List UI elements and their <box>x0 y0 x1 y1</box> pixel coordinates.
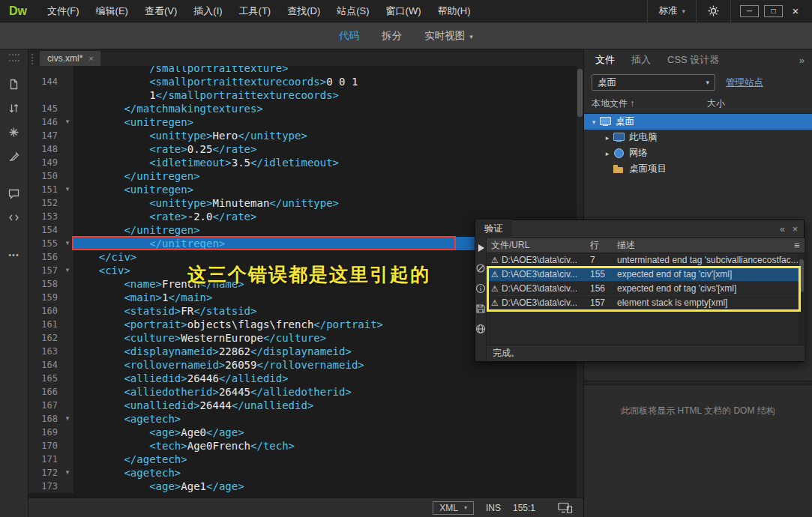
code-row[interactable]: 148 <rate>0.25</rate> <box>28 142 583 156</box>
tree-item[interactable]: ▸此电脑 <box>584 130 812 145</box>
menu-item[interactable]: 窗口(W) <box>378 0 430 22</box>
tree-item[interactable]: 桌面项目 <box>584 161 812 177</box>
code-row[interactable]: /smallportraittexture> <box>28 66 583 75</box>
extract-icon[interactable] <box>5 123 23 141</box>
code-snippet-icon[interactable] <box>5 208 23 226</box>
local-files-column[interactable]: 本地文件 <box>592 98 628 109</box>
panel-close-icon[interactable]: × <box>793 224 798 235</box>
code-row[interactable]: 145 </matchmakingtextures> <box>28 102 583 115</box>
code-fold-arrow-icon[interactable]: ▼ <box>61 264 73 277</box>
tab-css-designer[interactable]: CSS 设计器 <box>661 49 726 70</box>
stop-button[interactable] <box>475 263 486 276</box>
tree-item[interactable]: ▾桌面 <box>584 114 812 130</box>
run-validation-button[interactable] <box>475 243 486 256</box>
line-number: 156 <box>28 250 61 264</box>
fold-gutter <box>61 304 73 318</box>
validation-row[interactable]: ⚠D:\AOE3\data\civ...156expected end of t… <box>487 282 805 296</box>
code-row[interactable]: 165 <alliedid>26446</alliedid> <box>28 372 583 385</box>
code-row[interactable]: 151▼ <unitregen> <box>28 183 583 196</box>
workspace-dropdown[interactable]: 标准 ▾ <box>647 0 697 22</box>
fold-gutter <box>61 223 73 237</box>
menu-item[interactable]: 查看(V) <box>136 0 185 22</box>
code-fold-arrow-icon[interactable]: ▼ <box>61 183 73 196</box>
file-url-column[interactable]: 文件/URL <box>487 239 590 252</box>
fold-gutter <box>61 318 73 331</box>
manage-sites-link[interactable]: 管理站点 <box>726 76 763 89</box>
validation-row[interactable]: ⚠D:\AOE3\data\civ...157element stack is … <box>487 296 805 310</box>
brush-icon[interactable] <box>5 147 23 165</box>
minimize-button[interactable]: ─ <box>740 5 759 17</box>
validation-description: unterminated end tag 'subcivalliancecost… <box>617 255 799 265</box>
tab-split-view[interactable]: 拆分 <box>382 29 402 43</box>
description-column[interactable]: 描述 <box>617 239 790 252</box>
code-row[interactable]: 150 </unitregen> <box>28 169 583 183</box>
file-manager-icon[interactable] <box>5 75 23 93</box>
menu-item[interactable]: 文件(F) <box>39 0 88 22</box>
chevron-right-icon[interactable]: ▸ <box>602 150 613 157</box>
panel-menu-icon[interactable]: ≡ <box>790 240 805 251</box>
code-row[interactable]: 172▼ <agetech> <box>28 466 583 480</box>
code-row[interactable]: 152 <unittype>Minuteman</unittype> <box>28 196 583 210</box>
tab-code-view[interactable]: 代码 <box>339 29 359 43</box>
panel-collapse-icon[interactable]: » <box>799 55 808 66</box>
code-row[interactable]: 166 <alliedotherid>26445</alliedotherid> <box>28 385 583 399</box>
tab-insert[interactable]: 插入 <box>625 49 658 70</box>
settings-gear-button[interactable] <box>697 0 731 22</box>
code-fold-arrow-icon[interactable]: ▼ <box>61 115 73 129</box>
maximize-button[interactable]: □ <box>764 5 783 17</box>
code-row[interactable]: 144 <smallportraittexturecoords>0 0 1 <box>28 75 583 88</box>
code-row[interactable]: 169 <age>Age0</age> <box>28 426 583 439</box>
menu-item[interactable]: 查找(D) <box>279 0 328 22</box>
document-tab[interactable]: civs.xml* × <box>40 51 100 66</box>
scrollbar-thumb[interactable] <box>799 259 804 292</box>
code-fold-arrow-icon[interactable]: ▼ <box>61 237 73 250</box>
line-number: 162 <box>28 331 61 345</box>
code-row[interactable]: 1</smallportraittexturecoords> <box>28 88 583 102</box>
code-row[interactable]: 146▼ <unitregen> <box>28 115 583 129</box>
tab-live-view[interactable]: 实时视图▾ <box>424 29 473 43</box>
live-preview-button[interactable] <box>558 502 573 514</box>
menu-item[interactable]: 插入(I) <box>185 0 230 22</box>
sort-ascending-icon[interactable]: ↑ <box>630 98 634 109</box>
info-button[interactable] <box>475 283 486 297</box>
menu-item[interactable]: 站点(S) <box>328 0 377 22</box>
chevron-right-icon[interactable]: ▸ <box>602 134 613 142</box>
drag-grip[interactable] <box>9 54 19 61</box>
line-column[interactable]: 行 <box>590 239 617 252</box>
line-number: 152 <box>28 196 61 210</box>
browse-report-button[interactable] <box>475 324 486 337</box>
tree-item[interactable]: ▸网络 <box>584 145 812 161</box>
more-options-icon[interactable]: ••• <box>5 246 23 264</box>
code-fold-arrow-icon[interactable]: ▼ <box>61 412 73 426</box>
save-report-button[interactable] <box>475 303 486 317</box>
code-row[interactable]: 171 </agetech> <box>28 453 583 466</box>
scrollbar-thumb[interactable] <box>577 69 583 117</box>
tab-validation[interactable]: 验证 <box>475 220 512 239</box>
sort-icon[interactable] <box>5 99 23 117</box>
drag-grip[interactable] <box>31 54 37 64</box>
close-button[interactable]: × <box>788 5 803 17</box>
tab-close-icon[interactable]: × <box>88 54 93 63</box>
code-row[interactable]: 167 <unalliedid>26444</unalliedid> <box>28 399 583 412</box>
tab-files[interactable]: 文件 <box>589 49 622 70</box>
size-column[interactable]: 大小 <box>707 97 805 110</box>
code-fold-arrow-icon[interactable]: ▼ <box>61 466 73 480</box>
menu-item[interactable]: 工具(T) <box>231 0 280 22</box>
validation-row[interactable]: ⚠D:\AOE3\data\civ...7unterminated end ta… <box>487 253 805 267</box>
doctype-dropdown[interactable]: XML ▾ <box>433 501 474 515</box>
site-dropdown[interactable]: 桌面 ▾ <box>592 74 715 91</box>
code-row[interactable]: 149 <idletimeout>3.5</idletimeout> <box>28 156 583 169</box>
menu-item[interactable]: 编辑(E) <box>88 0 136 22</box>
fold-gutter <box>61 210 73 223</box>
chevron-down-icon[interactable]: ▾ <box>589 118 599 126</box>
code-row[interactable]: 168▼ <agetech> <box>28 412 583 426</box>
warning-icon: ⚠ <box>491 270 499 279</box>
validation-row[interactable]: ⚠D:\AOE3\data\civ...155expected end of t… <box>487 267 805 282</box>
code-row[interactable]: 170 <tech>Age0French</tech> <box>28 439 583 453</box>
comments-icon[interactable] <box>5 184 23 202</box>
code-row[interactable]: 173 <age>Age1</age> <box>28 480 583 493</box>
menu-item[interactable]: 帮助(H) <box>430 0 479 22</box>
panel-collapse-icon[interactable]: « <box>780 224 785 235</box>
validation-scrollbar[interactable] <box>799 253 805 345</box>
code-row[interactable]: 147 <unittype>Hero</unittype> <box>28 129 583 142</box>
